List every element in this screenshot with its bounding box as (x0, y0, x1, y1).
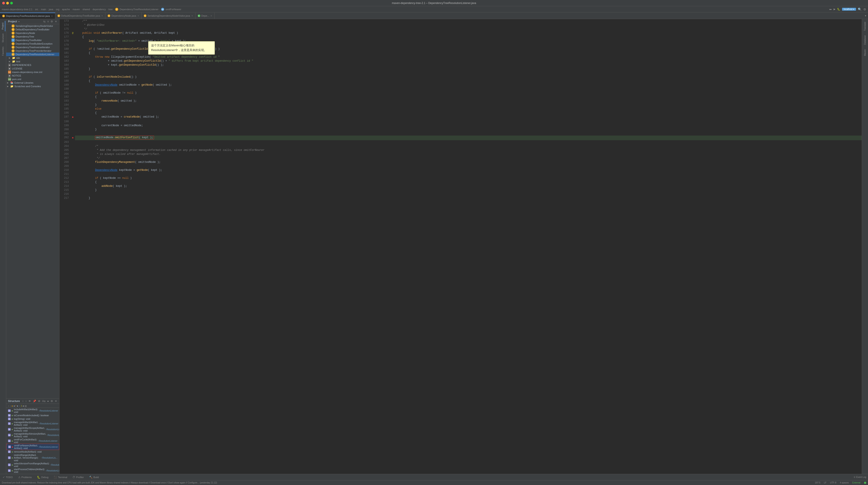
tree-item-exception[interactable]: C DependencyTreeBuilderException (6, 42, 59, 46)
struct-item-iscurrent[interactable]: m ● isCurrentNodeIncluded(): boolean (6, 414, 59, 417)
tree-item-pom[interactable]: xml pom.xml (6, 78, 59, 81)
debug-button[interactable]: 🐛 (837, 8, 840, 11)
breakpoint-indicator[interactable]: ● (72, 115, 74, 119)
breadcrumb-apache[interactable]: apache (62, 8, 70, 11)
struct-item-include[interactable]: m ● includeArtifact(Artifact): void ↑Res… (6, 408, 59, 414)
breadcrumb-project[interactable]: maven-dependency-tree-2.1 (2, 8, 32, 11)
struct-toolbar-1[interactable]: ↕ (8, 405, 9, 407)
struct-item-manage-scope[interactable]: m ● manageArtifactScope(Artifact, Artifa… (6, 426, 59, 432)
tab-dependency-resolution[interactable]: C DependencyTreeResolutionListener.java … (0, 13, 55, 19)
right-tab-database[interactable]: Database (863, 33, 867, 47)
breadcrumb-src[interactable]: src (35, 8, 38, 11)
indent-setting[interactable]: 4 spaces (840, 481, 849, 484)
struct-sort2-icon[interactable]: ↕ (25, 400, 27, 403)
struct-item-omit-nearer[interactable]: m ● omitForNearer(Artifact, Artifact): v… (6, 444, 59, 450)
settings-icon[interactable]: ⚙ (50, 20, 54, 23)
struct-item-remove[interactable]: m ● removeNode(Artifact): void (6, 450, 59, 454)
tree-item-inverse[interactable]: C DependencyTreeInverseIterator (6, 46, 59, 49)
search-icon[interactable]: 🔍 (858, 7, 862, 11)
tab-close-4[interactable]: ✕ (210, 14, 212, 17)
struct-toolbar-3[interactable]: ● (11, 405, 13, 407)
bottom-tab-build[interactable]: 🔨 Build (88, 475, 100, 479)
vtab-favorites[interactable]: Favorites (1, 45, 5, 57)
struct-item-restrict[interactable]: m ● restrictRange(Artifact, Artifact, Ve… (6, 454, 59, 462)
tab-close-0[interactable]: ✕ (51, 15, 53, 17)
tree-item-site[interactable]: ▶ 📁 site (6, 56, 59, 60)
tree-item-builder[interactable]: I DependencyTreeBuilder (6, 38, 59, 42)
struct-toolbar-8[interactable]: λ (21, 405, 22, 407)
struct-more-icon[interactable]: ● (47, 400, 49, 403)
tree-item-license[interactable]: ■ LICENSE (6, 67, 59, 70)
tree-item-test[interactable]: ▶ 📁 test (6, 60, 59, 63)
collapse-all-icon[interactable]: ⇆ (43, 20, 46, 23)
struct-toolbar-6[interactable]: ● (17, 405, 18, 407)
event-log-button[interactable]: ① Event Log (854, 476, 866, 478)
active-breakpoint-indicator[interactable]: ● (72, 136, 74, 140)
tree-item-dependencies[interactable]: ■ DEPENDENCIES (6, 63, 59, 67)
tree-item-tree[interactable]: C DependencyTree (6, 35, 59, 38)
tab-serializing-visitor[interactable]: C SerializingDependencyNodeVisitor.java … (142, 13, 195, 19)
minimize-button[interactable] (6, 2, 9, 4)
nav-back-icon[interactable]: ⬅ (829, 7, 832, 11)
tab-close-3[interactable]: ✕ (191, 14, 193, 17)
struct-toolbar-7[interactable]: ○ (19, 405, 20, 407)
struct-toolbar-4[interactable]: ● (13, 405, 15, 407)
tab-dependency-node[interactable]: C DependencyNode.java ✕ (105, 13, 141, 19)
tab-default-tree-builder[interactable]: C DefaultDependencyTreeBuilder.java ✕ (55, 13, 105, 19)
settings-icon[interactable]: ⚙ (863, 7, 866, 11)
vtab-project[interactable]: Project (1, 21, 5, 31)
struct-abc-icon[interactable]: Aa (42, 400, 46, 403)
right-tab-translate[interactable]: Translate (863, 20, 867, 33)
file-encoding[interactable]: UTF-8 (830, 481, 836, 484)
bottom-tab-terminal[interactable]: ⬛ Terminal (53, 475, 68, 479)
struct-item-select[interactable]: m ● selectVersionFromRange(Artifact): vo… (6, 462, 59, 468)
struct-pin-icon[interactable]: 📌 (32, 400, 37, 403)
struct-toolbar-2[interactable]: ↕ (10, 405, 11, 407)
struct-item-omit-cycle[interactable]: m ● omitForCycle(Artifact): void ↑Resolu… (6, 438, 59, 444)
tree-item-resolution[interactable]: C DependencyTreeResolutionListener (6, 53, 59, 56)
bottom-tab-problems[interactable]: ⚠ Problems (17, 475, 33, 479)
breadcrumb-dependency[interactable]: dependency (93, 8, 106, 11)
breadcrumb-shared[interactable]: shared (83, 8, 90, 11)
tree-item-iml[interactable]: iml maven-dependency-tree.iml (6, 70, 59, 74)
breadcrumb-class[interactable]: DependencyTreeResolutionListener (120, 8, 158, 11)
vtab-structure[interactable]: Structure (1, 32, 5, 44)
struct-toolbar-5[interactable]: f (16, 405, 16, 407)
breadcrumb-maven[interactable]: maven (72, 8, 80, 11)
tabs-overflow-icon[interactable]: ▾ (863, 14, 868, 17)
bottom-tab-todo[interactable]: ✓ TODO (2, 475, 14, 479)
struct-toolbar-9[interactable]: ■ (23, 405, 24, 407)
localhost-selector[interactable]: localhost ▾ (842, 8, 856, 11)
struct-item-log[interactable]: m ● log(String): void (6, 417, 59, 421)
tree-item-node[interactable]: C DependencyNode (6, 31, 59, 35)
struct-item-manage[interactable]: m ● manageArtifact(Artifact, Artifact): … (6, 421, 59, 426)
struct-close-icon[interactable]: ✕ (54, 400, 58, 403)
struct-show-icon[interactable]: 👁 (28, 400, 32, 403)
tab-close-1[interactable]: ✕ (101, 14, 103, 17)
struct-toolbar-10[interactable]: ▤ (25, 405, 27, 407)
struct-sort-icon[interactable]: ↕ (22, 400, 24, 403)
close-icon[interactable]: ✕ (54, 20, 58, 23)
tree-item-default-builder[interactable]: C DefaultDependencyTreeBuilder (6, 28, 59, 31)
breadcrumb-method[interactable]: omitForNearer (165, 8, 181, 11)
struct-item-start[interactable]: m ● startProcessChildren(Artifact): void… (6, 468, 59, 474)
right-tab-maven[interactable]: Maven (863, 48, 867, 58)
tree-item-notice[interactable]: ■ NOTICE (6, 74, 59, 78)
tree-item-ext-libs[interactable]: ▶ 📚 External Libraries (6, 81, 59, 85)
tab-depe[interactable]: C Depe... ✕ (195, 13, 215, 19)
run-button[interactable]: ▶ (834, 8, 835, 11)
struct-item-manage-ver[interactable]: m ● manageArtifactVersion(Artifact, Arti… (6, 432, 59, 438)
tab-close-2[interactable]: ✕ (137, 14, 139, 17)
struct-settings-icon[interactable]: ⚙ (50, 400, 54, 403)
tree-item-preorder[interactable]: C DependencyTreePreorderIterator (6, 49, 59, 53)
maximize-button[interactable] (10, 2, 13, 4)
code-area[interactable]: 这个方法定义在Maven核心项目的ResolutionListener中，这里是… (59, 19, 862, 474)
breadcrumb-java[interactable]: java (49, 8, 53, 11)
bottom-tab-profiler[interactable]: ⏱ Profiler (72, 475, 85, 479)
breadcrumb-org[interactable]: org (56, 8, 59, 11)
project-dropdown-icon[interactable]: ▾ (19, 21, 20, 23)
breadcrumb-tree[interactable]: tree (108, 8, 113, 11)
line-separator[interactable]: LF (824, 481, 827, 484)
close-button[interactable] (2, 2, 5, 4)
tree-item-scratches[interactable]: ▶ 📁 Scratches and Consoles (6, 85, 59, 88)
